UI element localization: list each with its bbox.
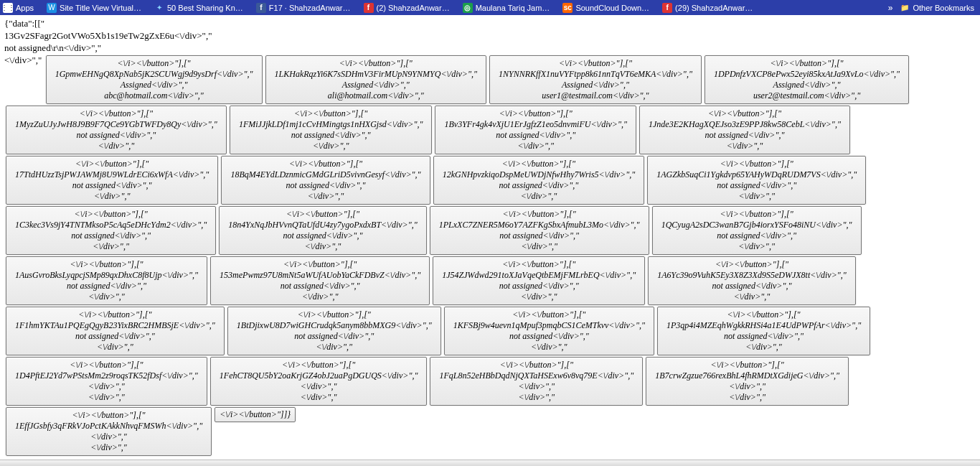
cell-line: <\/div>","	[15, 141, 217, 152]
data-cell[interactable]: <\/i><\/button>"],["1KFSBj9w4uevn1qMpuf3…	[444, 307, 654, 355]
cell-line: 18BqM4EYdLDznmicGMdGLriD5vivnGesyf<\/div…	[230, 169, 420, 180]
cell-line: <\/div>","	[220, 292, 420, 302]
cell-line: <\/i><\/button>"],["	[15, 410, 202, 421]
raw-text: {"data":[[" 13Gv2SFagr2GotVWo5Xb1s19eTw2…	[0, 15, 980, 55]
data-cell[interactable]: <\/i><\/button>"],["1FMiJJjkLDf1mj1cCvHM…	[230, 106, 433, 154]
cell-line: 1KFSBj9w4uevn1qMpuf3pmqbCS1CeMTkvv<\/div…	[453, 320, 645, 331]
cell-line: <\/div>","	[656, 191, 857, 202]
cell-line: Assigned<\/div>","	[499, 80, 692, 90]
data-cell[interactable]: <\/i><\/button>"],["1AusGvroBksLyqpcjSMp…	[6, 256, 207, 305]
data-cell[interactable]: <\/i><\/button>"],["1FehCT8QU5bY2oaKrjGZ…	[210, 357, 428, 406]
cell-line: <\/div>","	[655, 381, 839, 392]
cell-line: 1LKHakRqzYi6K7sSDHmV3FirMUpN9YNMYQ<\/div…	[275, 69, 477, 80]
cell-line: <\/div>","	[220, 392, 418, 403]
data-cell[interactable]: <\/i><\/button>"],["1Jnde3E2KHagXQEJso3z…	[639, 106, 850, 154]
cell-line: <\/div>","	[453, 342, 645, 353]
data-cell[interactable]: <\/i><\/button>"],["1FqL8n52eHBbDqdNjQXT…	[430, 357, 643, 406]
cell-line: not assigned<\/div>","	[439, 230, 640, 241]
cell-line: <\/div>","	[439, 241, 640, 252]
cell-line: <\/i><\/button>"],["	[661, 209, 852, 220]
site-icon: f	[364, 3, 374, 13]
site-icon: sc	[562, 3, 573, 13]
data-cell[interactable]: <\/i><\/button>"],["1NYNNRKffX1nuVYFtpp8…	[489, 55, 702, 104]
other-bookmarks[interactable]: 📁 Other Bookmarks	[900, 3, 974, 13]
cell-line: <\/i><\/button>"],["	[666, 309, 861, 320]
cell-line: <\/i><\/button>"],["	[237, 309, 432, 320]
cell-line: 1AusGvroBksLyqpcjSMp89qxDhxC8f8Ujp<\/div…	[15, 270, 198, 281]
data-cell[interactable]: <\/i><\/button>"],["1MyzZuUJyJwH8J9B9F7Q…	[6, 106, 227, 154]
cell-line: 1Jnde3E2KHagXQEJso3zE9PPJ8kw58CebL<\/div…	[649, 119, 841, 130]
cell-line: not assigned<\/div>","	[649, 130, 841, 141]
cell-line: not assigned<\/div>","	[666, 331, 861, 342]
cell-line: ali@hotmail.com<\/div>","	[275, 90, 477, 101]
bookmark-item[interactable]: f F17 · ShahzadAnwar…	[256, 3, 351, 13]
data-cell[interactable]: <\/i><\/button>"],["1LKHakRqzYi6K7sSDHmV…	[265, 55, 486, 104]
raw-line: 13Gv2SFagr2GotVWo5Xb1s19eTw2gZxE6u<\/div…	[4, 30, 976, 42]
cell-line: not assigned<\/div>","	[15, 331, 215, 342]
data-cell[interactable]: <\/i><\/button>"],["17TtdHUzzTsjPWJAWMj8…	[6, 156, 218, 205]
apps-button[interactable]: ⋮⋮ Apps	[3, 3, 34, 13]
cell-line: not assigned<\/div>","	[220, 281, 420, 292]
data-cell[interactable]: <\/i><\/button>"],["1AGZkbSuqCi1Ygkdvp65…	[647, 156, 866, 205]
cell-line: not assigned<\/div>","	[657, 281, 847, 292]
data-cell[interactable]: <\/i><\/button>"],["1C3kec3Vs9jY4TNTMkso…	[6, 206, 216, 255]
bookmark-item[interactable]: W Site Title View Virtual…	[47, 3, 141, 13]
cell-line: 17TtdHUzzTsjPWJAWMj8U9WLdrECi6xWfA<\/div…	[15, 169, 209, 180]
cell-line: <\/div>","	[15, 191, 209, 202]
data-cell[interactable]: <\/i><\/button>"],["153mePwmz97U8mNt5aWU…	[210, 256, 430, 305]
bookmark-item[interactable]: ✦ 50 Best Sharing Kn…	[154, 3, 243, 13]
data-cell-tail[interactable]: <\/i><\/button>"]]}	[215, 407, 296, 422]
data-cell[interactable]: <\/i><\/button>"],["1DPDnfzVXCP8ePwx52ey…	[705, 55, 909, 104]
cell-line: <\/div>","	[15, 241, 207, 252]
cell-line: <\/div>","	[228, 241, 417, 252]
cell-line: not assigned<\/div>","	[228, 230, 417, 241]
cell-line: <\/div>","	[442, 292, 636, 302]
bookmarks-overflow[interactable]: »	[888, 3, 893, 13]
data-cell[interactable]: <\/i><\/button>"],["1GpmwEHNgQ8XpNab5jK2…	[46, 55, 263, 104]
bookmark-item[interactable]: f (29) ShahzadAnwar…	[662, 3, 753, 13]
cell-line: <\/div>","	[15, 432, 202, 442]
data-cell[interactable]: <\/i><\/button>"],["1F1hmYKTAu1PQEgQgyB2…	[6, 307, 225, 355]
data-cell[interactable]: <\/i><\/button>"],["1B7crwZgzue766rexBhL…	[646, 357, 849, 406]
cell-line: 12kGNHpvzkiqoDspMeUWDjNfwHhy7Wris5<\/div…	[443, 169, 636, 180]
bookmark-label: 50 Best Sharing Kn…	[167, 4, 243, 12]
bookmark-label: Maulana Tariq Jam…	[476, 4, 550, 12]
cell-line: 1MyzZuUJyJwH8J9B9F7QCe9YGbTWFDy8Qy<\/div…	[15, 119, 217, 130]
data-cell[interactable]: <\/i><\/button>"],["1Bv3YFr4gk4vXjU1ErJg…	[435, 106, 636, 154]
cell-line: <\/i><\/button>"],["	[15, 309, 215, 320]
cell-line: <\/div>","	[239, 141, 423, 152]
cell-line: <\/i><\/button>"],["	[499, 58, 692, 69]
data-cell[interactable]: <\/i><\/button>"],["1PLxXC7ZNER5M6oY7AZF…	[430, 206, 649, 255]
data-cell[interactable]: <\/i><\/button>"],["1J54ZJWdwd291toXJaVq…	[433, 256, 645, 305]
data-cell[interactable]: <\/i><\/button>"],["1D4PftEJ2Yd7wPStsMm2…	[6, 357, 207, 406]
cell-line: <\/div>","	[439, 392, 633, 403]
cell-line: <\/i><\/button>"],["	[655, 360, 839, 371]
cell-line: <\/i><\/button>"],["	[275, 58, 477, 69]
cell-line: Assigned<\/div>","	[714, 80, 900, 90]
cell-line: <\/i><\/button>"],["	[220, 360, 418, 371]
cell-line: not assigned<\/div>","	[443, 180, 636, 191]
data-cell[interactable]: <\/i><\/button>"],["1QCyugA2sDC3wanB7Gjb…	[652, 206, 862, 255]
cell-line: <\/i><\/button>"],["	[230, 159, 420, 169]
bookmark-item[interactable]: f (2) ShahzadAnwar…	[364, 3, 450, 13]
cell-line: <\/div>","	[657, 292, 847, 302]
bookmark-item[interactable]: ◎ Maulana Tariq Jam…	[463, 3, 550, 13]
bookmark-label: F17 · ShahzadAnwar…	[269, 4, 351, 12]
cell-line: 1PLxXC7ZNER5M6oY7AZFKgSbxAfmubL3Mo<\/div…	[439, 220, 640, 230]
data-cell[interactable]: <\/i><\/button>"],["1A6Yc39o9VuhK5Ey3X8Z…	[648, 256, 856, 305]
data-cell[interactable]: <\/i><\/button>"],["18BqM4EYdLDznmicGMdG…	[221, 156, 430, 205]
data-cell[interactable]: <\/i><\/button>"],["18n4YxNqJbHVvnQTaUfd…	[219, 206, 426, 255]
data-cell[interactable]: <\/i><\/button>"],["1EffJGsbfy3qFRkVJoPc…	[6, 407, 212, 456]
cell-line: <\/i><\/button>"],["	[442, 259, 636, 270]
cell-line: <\/i><\/button>"],["	[15, 259, 198, 270]
data-cell[interactable]: <\/i><\/button>"],["1BtDjixwU8D7wiGHCrud…	[227, 307, 441, 355]
cell-line: not assigned<\/div>","	[661, 230, 852, 241]
bookmark-item[interactable]: sc SoundCloud Down…	[562, 3, 649, 13]
site-icon: f	[256, 3, 266, 13]
data-cell[interactable]: <\/i><\/button>"],["12kGNHpvzkiqoDspMeUW…	[433, 156, 645, 205]
data-cell[interactable]: <\/i><\/button>"],["1P3qp4i4MZEqhWgkkRHS…	[657, 307, 870, 355]
cell-line: <\/i><\/button>"],["	[656, 159, 857, 169]
bookmark-label: SoundCloud Down…	[575, 4, 649, 12]
cell-line: 18n4YxNqJbHVvnQTaUfdU4zy7ygoPxdxBT<\/div…	[228, 220, 417, 230]
cell-line: <\/i><\/button>"],["	[657, 259, 847, 270]
